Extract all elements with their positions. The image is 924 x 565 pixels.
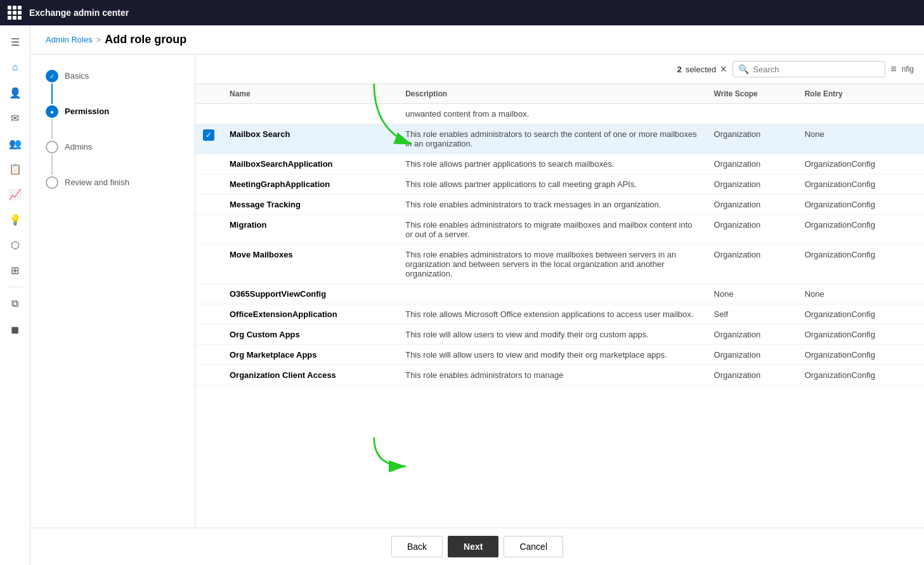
table-row[interactable]: Org Custom Apps This role will allow use… [195, 325, 924, 345]
table-icon[interactable]: ⊞ [4, 259, 27, 282]
clear-selected-button[interactable]: ✕ [720, 64, 727, 74]
wizard-step-admins-label[interactable]: Admins [65, 141, 92, 152]
report-icon[interactable]: 📋 [4, 157, 27, 180]
row-checkbox[interactable]: ✓ [203, 129, 214, 141]
col-orgconfig: Role Entry [797, 84, 924, 104]
selected-badge: 2 selected ✕ [677, 64, 728, 74]
table-row[interactable]: Move Mailboxes This role enables adminis… [195, 245, 924, 284]
user-icon[interactable]: 👤 [4, 81, 27, 104]
col-description: Description [398, 84, 706, 104]
hierarchy-icon[interactable]: ⬡ [4, 233, 27, 256]
bottom-bar: Back Next Cancel [30, 528, 924, 565]
breadcrumb-parent[interactable]: Admin Roles [46, 35, 93, 44]
wizard-connector-3 [51, 155, 53, 175]
cancel-button[interactable]: Cancel [504, 536, 563, 557]
lightbulb-icon[interactable]: 💡 [4, 208, 27, 231]
wizard-step-review-label[interactable]: Review and finish [65, 176, 129, 187]
table-row[interactable]: ✓ Mailbox Search This role enables admin… [195, 124, 924, 154]
table-row[interactable]: OfficeExtensionApplication This role all… [195, 304, 924, 325]
col-name: Name [222, 84, 398, 104]
wizard-sidebar: ✓ Basics ● Permission [30, 55, 195, 528]
wizard-step-permission-circle: ● [46, 105, 58, 118]
search-input[interactable] [753, 65, 880, 74]
wizard-step-basics-label[interactable]: Basics [65, 70, 89, 81]
config-text: nfig [902, 65, 914, 74]
search-icon: 🔍 [738, 64, 749, 74]
col-scope: Write Scope [706, 84, 797, 104]
topbar: Exchange admin center [0, 0, 924, 25]
table-row[interactable]: Organization Client Access This role ena… [195, 365, 924, 386]
table-toolbar: 2 selected ✕ 🔍 ≡ nfig [195, 55, 924, 84]
table-row[interactable]: MailboxSearchApplication This role allow… [195, 154, 924, 174]
nav-hamburger[interactable]: ☰ [4, 30, 27, 53]
selected-label: selected [686, 65, 716, 74]
col-check [195, 84, 222, 104]
table-row[interactable]: Message Tracking This role enables admin… [195, 195, 924, 215]
selected-count: 2 [677, 65, 682, 74]
back-button[interactable]: Back [391, 536, 443, 557]
breadcrumb: Admin Roles > Add role group [30, 25, 924, 55]
app-grid-icon[interactable] [8, 6, 22, 20]
table-container: Name Description Write Scope Role Entry [195, 84, 924, 528]
table-row: unwanted content from a mailbox. [195, 104, 924, 124]
table-row[interactable]: O365SupportViewConfig None None [195, 284, 924, 304]
wizard-step-permission-label[interactable]: Permission [65, 105, 109, 116]
office-icon[interactable]: ◼ [4, 318, 27, 341]
next-button[interactable]: Next [448, 536, 498, 557]
mail-icon[interactable]: ✉ [4, 107, 27, 129]
table-row[interactable]: Org Marketplace Apps This role will allo… [195, 345, 924, 365]
app-title: Exchange admin center [29, 8, 129, 18]
table-row[interactable]: MeetingGraphApplication This role allows… [195, 174, 924, 195]
home-icon[interactable]: ⌂ [4, 56, 27, 79]
trend-icon[interactable]: 📈 [4, 183, 27, 205]
wizard-connector-1 [51, 84, 53, 104]
breadcrumb-current: Add role group [105, 33, 186, 46]
search-box: 🔍 [732, 61, 885, 77]
breadcrumb-separator: > [96, 35, 101, 44]
table-row[interactable]: Migration This role enables administrato… [195, 215, 924, 245]
wizard-connector-2 [51, 119, 53, 140]
wizard-step-review-circle [46, 176, 58, 189]
extension-icon[interactable]: ⧉ [4, 292, 27, 315]
group-icon[interactable]: 👥 [4, 132, 27, 155]
filter-icon[interactable]: ≡ [890, 63, 896, 75]
left-nav: ☰ ⌂ 👤 ✉ 👥 📋 📈 💡 ⬡ ⊞ ⧉ ◼ [0, 25, 30, 565]
wizard-step-admins-circle [46, 141, 58, 153]
wizard-step-basics-circle: ✓ [46, 70, 58, 82]
